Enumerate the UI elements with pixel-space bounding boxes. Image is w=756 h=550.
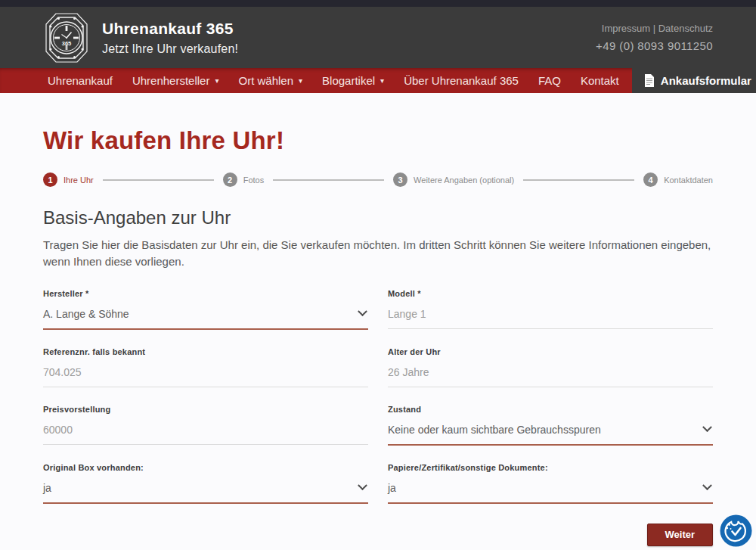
- chevron-down-icon: ▾: [215, 76, 218, 85]
- section-intro: Tragen Sie hier die Basisdaten zur Uhr e…: [43, 237, 713, 270]
- original-box-select[interactable]: ja: [43, 482, 368, 504]
- site-title[interactable]: Uhrenankauf 365: [102, 20, 596, 38]
- chevron-down-icon: [702, 480, 712, 490]
- step-connector: [103, 179, 214, 181]
- top-strip: [0, 0, 756, 7]
- step-1-ihre-uhr[interactable]: 1 Ihre Uhr: [43, 172, 94, 187]
- step-connector: [523, 179, 634, 181]
- nav-item-uhrenhersteller[interactable]: Uhrenhersteller ▾: [122, 68, 229, 93]
- referenznr-input[interactable]: 704.025: [43, 366, 368, 387]
- watch-logo[interactable]: 365: [43, 12, 90, 64]
- nav-item-blogartikel[interactable]: Blogartikel ▾: [312, 68, 394, 93]
- legal-links[interactable]: Impressum | Datenschutz: [596, 23, 713, 34]
- field-preisvorstellung: Preisvorstellung 60000: [43, 405, 368, 446]
- field-modell: Modell * Lange 1: [388, 289, 713, 330]
- step-connector: [273, 179, 384, 181]
- field-label: Referenznr. falls bekannt: [43, 347, 368, 356]
- papiere-select[interactable]: ja: [388, 482, 713, 504]
- field-hersteller: Hersteller * A. Lange & Söhne: [43, 289, 368, 330]
- svg-text:365: 365: [62, 40, 72, 47]
- document-icon: [644, 74, 655, 87]
- field-label: Preisvorstellung: [43, 405, 368, 414]
- nav-item-kontakt[interactable]: Kontakt: [571, 68, 629, 93]
- nav-item-ankaufsformular[interactable]: Ankaufsformular: [632, 68, 756, 93]
- hersteller-select[interactable]: A. Lange & Söhne: [43, 308, 368, 330]
- section-title: Basis-Angaben zur Uhr: [43, 207, 713, 228]
- nav-item-ort-waehlen[interactable]: Ort wählen ▾: [228, 68, 312, 93]
- field-label: Papiere/Zertifikat/sonstige Dokumente:: [388, 463, 713, 472]
- chevron-down-icon: ▾: [380, 76, 384, 85]
- field-label: Zustand: [388, 405, 713, 414]
- phone-number[interactable]: +49 (0) 8093 9011250: [596, 39, 713, 52]
- site-tagline: Jetzt Ihre Uhr verkaufen!: [102, 42, 596, 56]
- preisvorstellung-input[interactable]: 60000: [43, 424, 368, 445]
- site-header: 365 Uhrenankauf 365 Jetzt Ihre Uhr verka…: [0, 7, 756, 68]
- step-3-weitere-angaben[interactable]: 3 Weitere Angaben (optional): [393, 172, 514, 187]
- chevron-down-icon: [358, 306, 367, 316]
- chevron-down-icon: ▾: [299, 76, 302, 85]
- cookie-consent-badge[interactable]: [719, 514, 753, 548]
- field-label: Alter der Uhr: [388, 347, 713, 356]
- field-papiere: Papiere/Zertifikat/sonstige Dokumente: j…: [388, 463, 713, 504]
- field-label: Hersteller *: [43, 289, 368, 298]
- weiter-button[interactable]: Weiter: [647, 524, 714, 546]
- nav-item-uhrenankauf[interactable]: Uhrenankauf: [38, 68, 122, 93]
- chevron-down-icon: [358, 480, 367, 490]
- step-2-fotos[interactable]: 2 Fotos: [223, 172, 265, 187]
- field-original-box: Original Box vorhanden: ja: [43, 463, 368, 504]
- nav-item-ueber[interactable]: Über Uhrenankauf 365: [394, 68, 528, 93]
- nav-item-faq[interactable]: FAQ: [528, 68, 571, 93]
- zustand-select[interactable]: Keine oder kaum sichtbare Gebrauchsspure…: [388, 424, 713, 446]
- field-label: Modell *: [388, 289, 713, 298]
- chevron-down-icon: [702, 422, 712, 432]
- field-referenznr: Referenznr. falls bekannt 704.025: [43, 347, 368, 387]
- main-nav: Uhrenankauf Uhrenhersteller ▾ Ort wählen…: [0, 68, 756, 93]
- modell-input[interactable]: Lange 1: [388, 308, 713, 329]
- field-zustand: Zustand Keine oder kaum sichtbare Gebrau…: [388, 405, 713, 446]
- step-4-kontaktdaten[interactable]: 4 Kontaktdaten: [643, 172, 713, 187]
- progress-steps: 1 Ihre Uhr 2 Fotos 3 Weitere Angaben (op…: [43, 172, 713, 187]
- page-title: Wir kaufen Ihre Uhr!: [43, 126, 713, 155]
- field-alter: Alter der Uhr 26 Jahre: [388, 347, 713, 387]
- main-content: Wir kaufen Ihre Uhr! 1 Ihre Uhr 2 Fotos …: [0, 126, 756, 546]
- field-label: Original Box vorhanden:: [43, 463, 368, 472]
- alter-input[interactable]: 26 Jahre: [388, 366, 713, 387]
- watch-form: Hersteller * A. Lange & Söhne Modell * L…: [43, 289, 713, 504]
